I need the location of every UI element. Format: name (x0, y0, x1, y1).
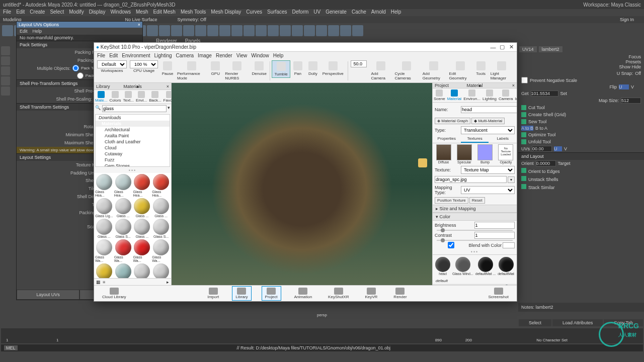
maya-menu-cache[interactable]: Cache (352, 9, 366, 16)
shelf-icon[interactable] (256, 25, 267, 36)
ae-tab-2[interactable]: lambert2 (539, 46, 562, 52)
scale-tool-icon[interactable] (1, 86, 10, 96)
command-line[interactable]: MEL // Result: D:/desktop/Maya files/TUT… (1, 344, 643, 351)
material-swatch[interactable]: Glass Wa... (114, 239, 132, 262)
uv-tool-create-shell-(grid)[interactable]: Create Shell (Grid) (518, 111, 644, 118)
maya-menu-help[interactable]: Help (391, 9, 401, 16)
position-texture-button[interactable]: Position Texture (435, 197, 468, 204)
material-swatch[interactable]: Glass Wa... (133, 239, 151, 262)
ks-menu-window[interactable]: Window (251, 53, 269, 58)
shelf-icon[interactable] (340, 25, 351, 36)
maya-menu-create[interactable]: Create (30, 9, 45, 16)
blend-color-check[interactable] (435, 242, 467, 248)
material-swatch[interactable]: Glass ... (152, 198, 170, 218)
tree-node-gem-stones[interactable]: Gem Stones (96, 163, 170, 167)
focus-button[interactable]: Focus (521, 54, 641, 59)
minimize-icon[interactable]: — (490, 44, 497, 51)
ks-tool-denoise[interactable]: Denoise (251, 60, 268, 81)
help-menu[interactable]: Help (33, 29, 42, 34)
atob-button[interactable]: A to B (521, 126, 533, 131)
contrast-field[interactable] (474, 232, 515, 239)
tree-node-downloads[interactable]: Downloads (96, 115, 170, 121)
btoa-button[interactable]: B to A (535, 126, 547, 131)
set-button[interactable]: Set (560, 91, 568, 96)
workspace-select[interactable]: Default (97, 60, 127, 68)
ae-tab-select[interactable]: Select (519, 319, 551, 326)
texture-file-field[interactable] (435, 176, 507, 183)
material-swatch[interactable]: Glass Hea... (133, 174, 151, 197)
get-button[interactable]: Get (521, 91, 529, 96)
lasso-tool-icon[interactable] (1, 56, 10, 65)
maya-menu-mesh-tools[interactable]: Mesh Tools (181, 9, 206, 16)
u-button[interactable]: U (554, 146, 562, 151)
uvs-field[interactable] (532, 146, 552, 152)
shelf-icon[interactable] (316, 25, 327, 36)
panel-close-icon[interactable]: × (512, 83, 515, 88)
timeline[interactable]: 1 1 890 200 No Character Set (1, 328, 643, 343)
tree-node-materials[interactable]: Materials (96, 121, 170, 127)
ks-keyvr-button[interactable]: KeyVR (362, 287, 380, 300)
list-view-icon[interactable]: ≡ (103, 280, 105, 285)
select-tool-icon[interactable] (1, 46, 10, 55)
maya-menu-display[interactable]: Display (89, 9, 106, 16)
tree-node-cloth-and-leather[interactable]: Cloth and Leather (96, 139, 170, 145)
material-swatch[interactable]: Glass Wa... (133, 263, 151, 278)
material-swatch[interactable]: Glass Hea... (95, 174, 113, 197)
contrast-slider[interactable] (437, 240, 513, 241)
symmetry-mode[interactable]: Symmetry: Off (178, 17, 206, 22)
material-swatch[interactable]: Glass Wa... (152, 263, 170, 278)
material-search-input[interactable] (102, 105, 167, 112)
material-swatch[interactable]: Glass Wa... (95, 263, 113, 278)
material-swatch[interactable]: Glass S... (152, 219, 170, 238)
proj-tab-environ[interactable]: Environ... (462, 88, 481, 102)
shelf-icon[interactable] (231, 25, 243, 36)
target-button[interactable]: Target (558, 161, 571, 166)
shelf-icon[interactable] (183, 25, 194, 36)
shelf-icon[interactable] (159, 25, 170, 36)
ks-tool-performance-mode[interactable]: Performance Mode (175, 60, 208, 81)
shelf-icon[interactable] (207, 25, 218, 36)
presets-button[interactable]: Presets (521, 59, 641, 64)
texture-select[interactable]: Texture Map (461, 166, 515, 174)
ks-menu-file[interactable]: File (97, 53, 105, 58)
layout-header[interactable]: and Layout (518, 152, 644, 160)
material-swatch[interactable]: Glass ... (133, 219, 151, 238)
shelf-icon[interactable] (219, 25, 230, 36)
ks-keyshotxr-button[interactable]: KeyShotXR (325, 287, 352, 300)
material-swatch[interactable]: Glass ... (114, 198, 132, 218)
render-viewport[interactable] (172, 83, 432, 285)
maya-menu-select[interactable]: Select (50, 9, 64, 16)
ks-tool-light-manager[interactable]: Light Manager (489, 60, 515, 81)
shelf-icon[interactable] (280, 25, 291, 36)
ks-tool-perspective[interactable]: Perspective (320, 60, 346, 78)
pack-together-radio[interactable] (72, 65, 79, 71)
texture-map-diffuse[interactable]: Diffuse (434, 144, 453, 164)
tex-tab-labels[interactable]: Labels (489, 135, 517, 143)
tree-node-cloud[interactable]: Cloud (96, 145, 170, 151)
shelf-icon[interactable] (2, 25, 13, 36)
ks-tool-add-camera[interactable]: Add Camera (369, 60, 392, 81)
lib-tab-colors[interactable]: Colors (108, 90, 122, 104)
brightness-field[interactable] (474, 222, 515, 229)
ks-menu-help[interactable]: Help (273, 53, 284, 58)
maya-menu-edit-mesh[interactable]: Edit Mesh (153, 9, 175, 16)
shelf-icon[interactable] (304, 25, 315, 36)
keyshot-titlebar[interactable]: ● KeyShot 10.0 Pro - viperDragonRender.b… (94, 43, 517, 52)
browse-button[interactable]: ▾ (508, 176, 515, 183)
ks-menu-lighting[interactable]: Lighting (154, 53, 172, 58)
ks-library-button[interactable]: Library (232, 286, 251, 301)
unstack-shells-tool[interactable]: Unstack Shells (528, 177, 558, 182)
edit-menu[interactable]: Edit (20, 29, 28, 34)
proj-tab-camera[interactable]: Camera (498, 88, 514, 102)
shelf-icon[interactable] (328, 25, 339, 36)
assigned-material[interactable]: Glass Wind... (452, 257, 473, 276)
texel-density-field[interactable] (531, 90, 558, 97)
maya-menu-file[interactable]: File (3, 9, 11, 16)
ks-import-button[interactable]: Import (204, 287, 222, 300)
material-tree[interactable]: DownloadsMaterialsArchitecturalAxalta Pa… (95, 114, 170, 167)
usnap-select[interactable]: Off (635, 71, 641, 76)
material-type-select[interactable]: Translucent (461, 126, 515, 134)
material-graph-button[interactable]: ◈ Material Graph (435, 118, 470, 124)
ks-menu-camera[interactable]: Camera (176, 53, 194, 58)
material-swatch[interactable]: Glass Hea... (114, 174, 132, 197)
